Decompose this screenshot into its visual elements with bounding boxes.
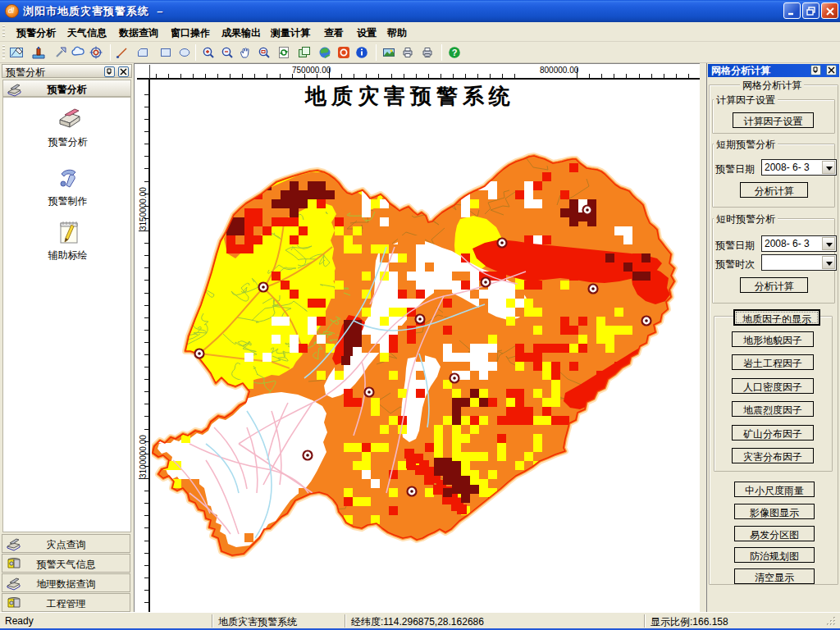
- svg-text:?: ?: [452, 48, 458, 57]
